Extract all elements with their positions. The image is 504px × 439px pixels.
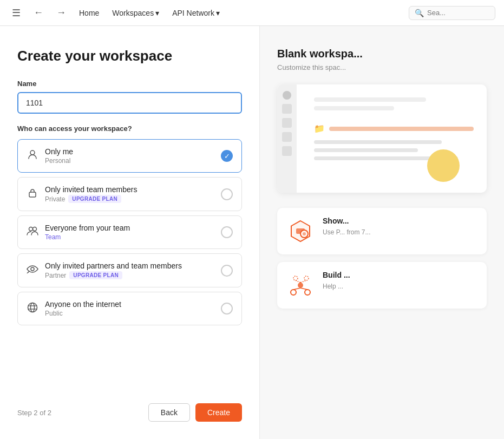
svg-point-0 xyxy=(30,150,35,155)
option-private[interactable]: Only invited team members Private UPGRAD… xyxy=(17,177,242,211)
feature-desc-1: Use P... from 7... xyxy=(323,227,370,237)
option-personal-text: Only me Personal xyxy=(45,147,221,165)
option-personal-check: ✓ xyxy=(221,150,233,162)
hexagon-icon xyxy=(288,219,313,244)
right-panel: Blank workspa... Customize this spac... … xyxy=(260,26,504,439)
option-public-subtitle: Public xyxy=(45,310,221,317)
folder-icon: 📁 xyxy=(314,123,325,134)
option-partner[interactable]: Only invited partners and team members P… xyxy=(17,253,242,287)
feature-icon-wrap-2 xyxy=(286,271,315,300)
main-layout: Create your workspace Name Who can acces… xyxy=(0,26,504,439)
search-bar[interactable]: 🔍 xyxy=(409,6,495,20)
workspace-name-input[interactable] xyxy=(17,92,242,114)
feature-card-show: Show... Use P... from 7... xyxy=(277,208,487,254)
step-label: Step 2 of 2 xyxy=(17,409,51,417)
option-public-title: Anyone on the internet xyxy=(45,300,221,309)
search-icon: 🔍 xyxy=(415,9,424,17)
back-button[interactable]: Back xyxy=(148,403,190,422)
option-public[interactable]: Anyone on the internet Public xyxy=(17,292,242,325)
option-team-text: Everyone from your team Team xyxy=(45,224,221,241)
forward-button[interactable]: → xyxy=(53,5,69,21)
preview-sidebar xyxy=(277,84,297,193)
option-private-text: Only invited team members Private UPGRAD… xyxy=(45,185,221,203)
create-button[interactable]: Create xyxy=(195,403,242,422)
eye-icon xyxy=(27,265,38,276)
feature-desc-2: Help ... xyxy=(323,281,350,291)
feature-title-1: Show... xyxy=(323,217,370,225)
footer: Step 2 of 2 Back Create xyxy=(17,390,242,422)
page-title: Create your workspace xyxy=(17,48,242,64)
lock-icon xyxy=(27,187,38,201)
option-team-radio xyxy=(221,226,233,238)
name-label: Name xyxy=(17,80,242,88)
option-partner-text: Only invited partners and team members P… xyxy=(45,261,221,279)
chevron-down-icon: ▾ xyxy=(155,9,159,17)
network-icon xyxy=(288,273,313,298)
option-personal-title: Only me xyxy=(45,147,221,156)
feature-text-1: Show... Use P... from 7... xyxy=(323,217,370,237)
preview-folder-row: 📁 xyxy=(314,123,474,134)
svg-line-6 xyxy=(27,272,28,273)
workspace-preview: 📁 xyxy=(277,84,487,193)
option-private-radio xyxy=(221,188,233,200)
preview-yellow-circle xyxy=(427,149,460,182)
option-private-subtitle: Private UPGRADE PLAN xyxy=(45,195,221,203)
svg-point-20 xyxy=(293,276,298,280)
svg-rect-1 xyxy=(29,192,36,197)
feature-icon-wrap-1 xyxy=(286,217,315,246)
option-personal-subtitle: Personal xyxy=(45,157,221,165)
person-icon xyxy=(27,149,38,163)
footer-buttons: Back Create xyxy=(148,403,242,422)
svg-point-16 xyxy=(291,290,296,295)
svg-line-19 xyxy=(300,288,307,290)
left-panel: Create your workspace Name Who can acces… xyxy=(0,26,260,439)
svg-point-4 xyxy=(31,267,34,271)
svg-point-17 xyxy=(305,290,310,295)
option-team[interactable]: Everyone from your team Team xyxy=(17,215,242,249)
svg-point-3 xyxy=(33,227,37,231)
feature-card-build: Build ... Help ... xyxy=(277,262,487,309)
option-partner-radio xyxy=(221,265,233,277)
feature-text-2: Build ... Help ... xyxy=(323,271,350,291)
option-team-subtitle: Team xyxy=(45,233,221,241)
nav-home[interactable]: Home xyxy=(76,6,102,19)
option-private-title: Only invited team members xyxy=(45,185,221,194)
svg-line-18 xyxy=(293,288,300,290)
svg-point-21 xyxy=(304,276,309,280)
team-icon xyxy=(27,226,38,239)
nav-api-network[interactable]: API Network ▾ xyxy=(169,6,223,19)
svg-line-23 xyxy=(300,280,306,283)
upgrade-badge-partner: UPGRADE PLAN xyxy=(69,271,122,279)
top-navigation: ☰ ← → Home Workspaces ▾ API Network ▾ 🔍 xyxy=(0,0,504,26)
feature-title-2: Build ... xyxy=(323,271,350,279)
svg-point-15 xyxy=(298,283,303,288)
globe-icon xyxy=(27,302,38,316)
right-panel-subtitle: Customize this spac... xyxy=(277,63,487,71)
option-personal[interactable]: Only me Personal ✓ xyxy=(17,139,242,173)
option-public-radio xyxy=(221,303,233,314)
back-button[interactable]: ← xyxy=(30,5,47,21)
chevron-down-icon: ▾ xyxy=(216,9,220,17)
svg-point-7 xyxy=(28,303,37,312)
option-partner-title: Only invited partners and team members xyxy=(45,261,221,270)
access-label: Who can access your workspace? xyxy=(17,125,242,133)
svg-line-22 xyxy=(296,280,300,283)
right-panel-title: Blank workspa... xyxy=(277,48,487,60)
option-public-text: Anyone on the internet Public xyxy=(45,300,221,317)
nav-workspaces[interactable]: Workspaces ▾ xyxy=(109,6,162,19)
option-team-title: Everyone from your team xyxy=(45,224,221,232)
svg-point-2 xyxy=(29,227,33,231)
svg-point-14 xyxy=(303,232,306,235)
option-partner-subtitle: Partner UPGRADE PLAN xyxy=(45,271,221,279)
menu-button[interactable]: ☰ xyxy=(9,5,24,21)
upgrade-badge-private: UPGRADE PLAN xyxy=(68,195,121,203)
search-input[interactable] xyxy=(427,9,489,17)
svg-point-8 xyxy=(31,303,35,312)
